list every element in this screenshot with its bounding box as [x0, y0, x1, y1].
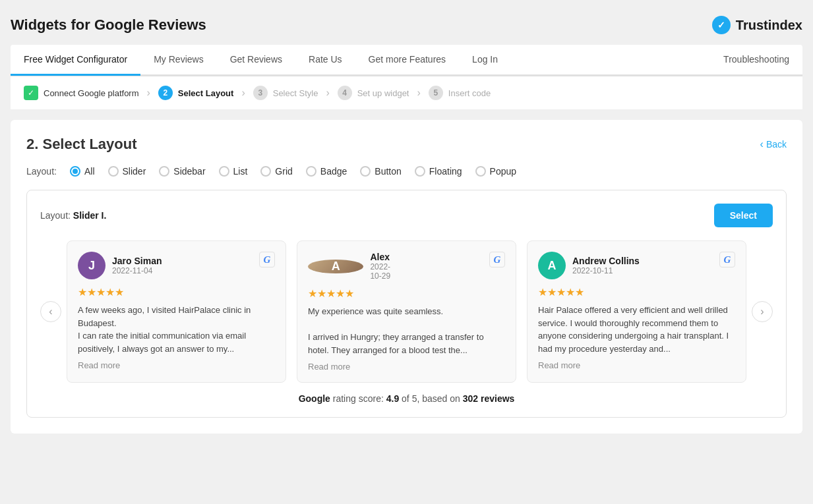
wizard-arrow-2: ›: [241, 87, 245, 99]
wizard-step-3: 3 Select Style: [253, 86, 318, 100]
trustindex-check-icon: ✓: [712, 16, 731, 34]
reviewer-name-jaro: Jaro Siman: [112, 256, 162, 266]
layout-option-sidebar[interactable]: Sidebar: [159, 166, 205, 177]
layout-card-header: Layout: Slider I. Select: [40, 204, 773, 227]
review-header-jaro: J Jaro Siman 2022-11-04 G: [78, 252, 275, 279]
layout-row-label: Layout:: [26, 166, 57, 177]
wizard-step-2-label: Select Layout: [178, 88, 234, 98]
wizard-num-5: 5: [429, 86, 443, 100]
app-title: Widgets for Google Reviews: [11, 16, 206, 34]
layout-option-grid-label: Grid: [275, 166, 292, 177]
wizard-arrow-3: ›: [326, 87, 329, 99]
wizard-step-4-label: Set up widget: [357, 88, 409, 98]
wizard-step-4: 4 Set up widget: [338, 86, 409, 100]
reviewer-date-alex: 2022-10-29: [370, 262, 390, 281]
reviewer-info-andrew: A Andrew Collins 2022-10-11: [538, 252, 640, 279]
avatar-andrew: A: [538, 252, 566, 279]
layout-option-slider[interactable]: Slider: [108, 166, 146, 177]
radio-sidebar: [159, 166, 169, 177]
wizard-step-5-label: Insert code: [448, 88, 491, 98]
wizard-arrow-1: ›: [147, 87, 150, 99]
layout-options: Layout: All Slider Sidebar List Grid: [26, 166, 787, 177]
stars-jaro: ★★★★★: [78, 286, 275, 298]
review-text-alex: My experience was quite seamless.I arriv…: [308, 305, 505, 356]
wizard-num-2: 2: [158, 86, 173, 100]
reviewer-info-jaro: J Jaro Siman 2022-11-04: [78, 252, 162, 279]
radio-all: [70, 166, 80, 177]
reviewer-date-andrew: 2022-10-11: [572, 266, 640, 275]
tab-get-reviews[interactable]: Get Reviews: [217, 45, 295, 76]
tab-troubleshooting[interactable]: Troubleshooting: [710, 45, 802, 74]
read-more-andrew[interactable]: Read more: [538, 360, 735, 370]
read-more-jaro[interactable]: Read more: [78, 360, 275, 370]
review-card-jaro: J Jaro Siman 2022-11-04 G ★★★★★ A few we…: [67, 240, 286, 383]
select-button[interactable]: Select: [714, 204, 773, 227]
reviewer-info-alex: A Alex 2022-10-29: [308, 252, 363, 281]
radio-button: [360, 166, 371, 177]
rating-footer: Google rating score: 4.9 of 5, based on …: [40, 393, 773, 404]
layout-option-floating-label: Floating: [429, 166, 462, 177]
read-more-alex[interactable]: Read more: [308, 362, 505, 372]
wizard-steps: ✓ Connect Google platform › 2 Select Lay…: [11, 76, 802, 109]
back-arrow-icon: ‹: [760, 138, 764, 150]
main-content: 2. Select Layout ‹ Back Layout: All Slid…: [11, 120, 802, 434]
tab-get-features[interactable]: Get more Features: [355, 45, 460, 76]
wizard-check-icon: ✓: [24, 86, 38, 100]
tab-my-reviews[interactable]: My Reviews: [140, 45, 216, 76]
rating-middle-text: rating score:: [333, 393, 386, 404]
layout-preview-card: Layout: Slider I. Select ‹ J Jar: [26, 190, 787, 418]
avatar-alex: A: [308, 260, 363, 273]
layout-option-list[interactable]: List: [219, 166, 248, 177]
layout-option-button[interactable]: Button: [360, 166, 401, 177]
rating-reviews-count: 302 reviews: [463, 393, 515, 404]
review-card-andrew: A Andrew Collins 2022-10-11 G ★★★★★ Hair…: [527, 240, 746, 383]
wizard-num-4: 4: [338, 86, 352, 100]
trustindex-label: Trustindex: [736, 18, 802, 33]
section-title: 2. Select Layout: [26, 136, 137, 153]
layout-option-floating[interactable]: Floating: [415, 166, 462, 177]
review-header-andrew: A Andrew Collins 2022-10-11 G: [538, 252, 735, 279]
tab-free-widget[interactable]: Free Widget Configurator: [11, 45, 140, 76]
stars-andrew: ★★★★★: [538, 286, 735, 298]
back-label: Back: [766, 139, 787, 150]
wizard-step-3-label: Select Style: [273, 88, 318, 98]
wizard-step-1-label: Connect Google platform: [44, 88, 139, 98]
reviewer-date-jaro: 2022-11-04: [112, 266, 162, 275]
review-text-andrew: Hair Palace offered a very efficient and…: [538, 304, 735, 355]
radio-floating: [415, 166, 425, 177]
layout-option-sidebar-label: Sidebar: [173, 166, 205, 177]
radio-slider: [108, 166, 119, 177]
layout-option-slider-label: Slider: [123, 166, 146, 177]
layout-option-badge[interactable]: Badge: [306, 166, 347, 177]
back-button[interactable]: ‹ Back: [760, 138, 787, 150]
layout-option-all[interactable]: All: [70, 166, 95, 177]
radio-badge: [306, 166, 316, 177]
wizard-num-3: 3: [253, 86, 268, 100]
tab-rate-us[interactable]: Rate Us: [295, 45, 355, 76]
nav-tabs: Free Widget Configurator My Reviews Get …: [11, 45, 802, 76]
google-icon-andrew: G: [719, 252, 735, 267]
slider-prev-button[interactable]: ‹: [40, 301, 61, 322]
avatar-jaro: J: [78, 252, 105, 279]
wizard-step-2: 2 Select Layout: [158, 86, 234, 100]
layout-option-popup-label: Popup: [490, 166, 516, 177]
layout-option-all-label: All: [84, 166, 95, 177]
layout-option-badge-label: Badge: [320, 166, 347, 177]
layout-option-popup[interactable]: Popup: [475, 166, 516, 177]
review-text-jaro: A few weeks ago, I visited HairPalace cl…: [78, 304, 275, 355]
layout-option-grid[interactable]: Grid: [260, 166, 292, 177]
reviews-slider: ‹ J Jaro Siman 2022-11-04: [40, 240, 773, 383]
wizard-arrow-4: ›: [417, 87, 420, 99]
reviewer-name-andrew: Andrew Collins: [572, 256, 640, 266]
layout-option-list-label: List: [233, 166, 248, 177]
review-card-alex: A Alex 2022-10-29 G ★★★★★ My experience …: [297, 240, 516, 383]
rating-google-label: Google: [299, 393, 330, 404]
radio-popup: [475, 166, 486, 177]
tab-log-in[interactable]: Log In: [459, 45, 511, 76]
reviews-grid: J Jaro Siman 2022-11-04 G ★★★★★ A few we…: [67, 240, 746, 383]
wizard-step-5: 5 Insert code: [429, 86, 491, 100]
radio-list: [219, 166, 229, 177]
wizard-step-1: ✓ Connect Google platform: [24, 86, 139, 100]
layout-card-label: Layout: Slider I.: [40, 210, 106, 221]
slider-next-button[interactable]: ›: [752, 301, 773, 322]
